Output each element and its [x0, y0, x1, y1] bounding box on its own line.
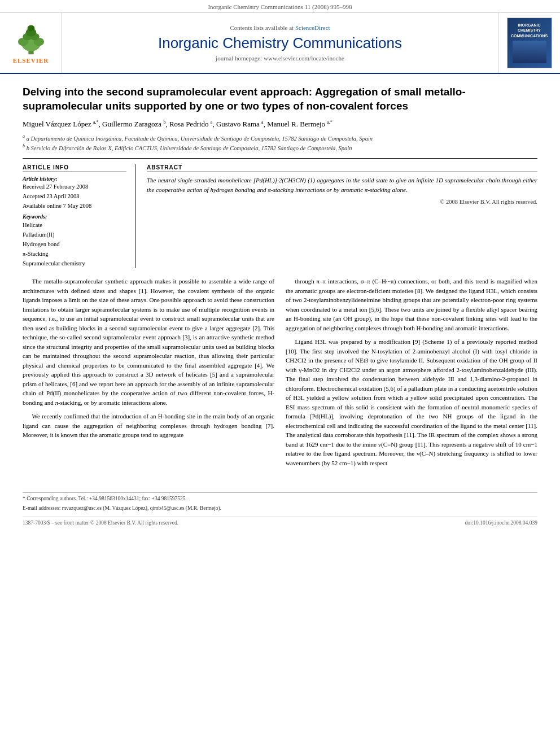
journal-title-area: Contents lists available at ScienceDirec… [62, 13, 498, 73]
available-date: Available online 7 May 2008 [23, 202, 126, 211]
body-right-para-1: through π–π interactions, σ–π (C–H···π) … [286, 277, 537, 333]
article-footer: * Corresponding authors. Tel.: +34 98156… [23, 492, 537, 527]
issn-text: 1387-7003/$ – see front matter © 2008 El… [23, 519, 178, 527]
author-1: Miguel Vázquez López a,*, [23, 120, 102, 128]
elsevier-tree-icon [11, 22, 51, 56]
author-5: Manuel R. Bermejo a,* [267, 120, 333, 128]
svg-point-7 [27, 25, 34, 32]
keyword-1: Helicate [23, 221, 126, 230]
journal-homepage: journal homepage: www.elsevier.com/locat… [216, 55, 344, 62]
journal-cover-image: INORGANICCHEMISTRYCOMMUNICATIONS [507, 18, 552, 68]
author-4: Gustavo Rama a, [216, 120, 267, 128]
elsevier-logo: ELSEVIER [11, 22, 51, 64]
body-columns: The metallo-supramolecular synthetic app… [23, 277, 537, 472]
keyword-5: Supramolecular chemistry [23, 259, 126, 269]
sciencedirect-anchor[interactable]: ScienceDirect [295, 24, 330, 31]
body-right-para-2: Ligand H3L was prepared by a modificatio… [286, 337, 537, 468]
footer-bottom: 1387-7003/$ – see front matter © 2008 El… [23, 517, 537, 527]
accepted-date: Accepted 23 April 2008 [23, 193, 126, 201]
article-info-column: ARTICLE INFO Article history: Received 2… [23, 164, 135, 268]
keyword-4: π-Stacking [23, 250, 126, 259]
body-left-para-1: The metallo-supramolecular synthetic app… [23, 277, 274, 407]
abstract-body: The neutral single-stranded monohelicate… [147, 176, 537, 194]
copyright-notice: © 2008 Elsevier B.V. All rights reserved… [147, 199, 537, 205]
page: Inorganic Chemistry Communications 11 (2… [0, 0, 560, 747]
corresponding-author-note: * Corresponding authors. Tel.: +34 98156… [23, 495, 537, 503]
received-date: Received 27 February 2008 [23, 183, 126, 191]
journal-citation-text: Inorganic Chemistry Communications 11 (2… [208, 3, 352, 10]
sciencedirect-link[interactable]: Contents lists available at ScienceDirec… [230, 24, 330, 31]
article-authors: Miguel Vázquez López a,*, Guillermo Zara… [23, 119, 537, 130]
author-3: Rosa Pedrido a, [169, 120, 216, 128]
journal-title: Inorganic Chemistry Communications [158, 34, 402, 52]
abstract-text-italic: The neutral single-stranded monohelicate… [147, 177, 537, 193]
elsevier-logo-area: ELSEVIER [0, 13, 62, 73]
abstract-header: ABSTRACT [147, 164, 537, 172]
affiliations: a a Departamento de Química Inorgánica, … [23, 133, 537, 152]
article-info-abstract: ARTICLE INFO Article history: Received 2… [23, 164, 537, 268]
abstract-column: ABSTRACT The neutral single-stranded mon… [147, 164, 537, 268]
body-right-column: through π–π interactions, σ–π (C–H···π) … [286, 277, 537, 472]
keywords-list: Helicate Palladium(II) Hydrogen bond π-S… [23, 221, 126, 268]
journal-cover-area: INORGANICCHEMISTRYCOMMUNICATIONS [498, 13, 560, 73]
keyword-3: Hydrogen bond [23, 240, 126, 250]
elsevier-brand-text: ELSEVIER [13, 57, 49, 64]
article-title: Delving into the second supramolecular e… [23, 85, 537, 113]
article-info-header: ARTICLE INFO [23, 164, 126, 172]
body-left-para-2: We recently confirmed that the introduct… [23, 412, 274, 440]
author-2: Guillermo Zaragoza b, [102, 120, 169, 128]
article-content: Delving into the second supramolecular e… [0, 74, 560, 483]
journal-header: ELSEVIER Contents lists available at Sci… [0, 13, 560, 74]
email-note: E-mail addresses: mvazquez@usc.es (M. Vá… [23, 505, 537, 512]
doi-text: doi:10.1016/j.inoche.2008.04.039 [465, 519, 537, 527]
keywords-label: Keywords: [23, 213, 126, 220]
journal-citation-bar: Inorganic Chemistry Communications 11 (2… [0, 0, 560, 13]
affiliation-a: a a Departamento de Química Inorgánica, … [23, 133, 537, 143]
section-divider [23, 158, 537, 159]
history-label: Article history: [23, 176, 126, 182]
keyword-2: Palladium(II) [23, 230, 126, 240]
body-left-column: The metallo-supramolecular synthetic app… [23, 277, 274, 472]
affiliation-b: b b Servicio de Difracción de Raios X, E… [23, 143, 537, 152]
